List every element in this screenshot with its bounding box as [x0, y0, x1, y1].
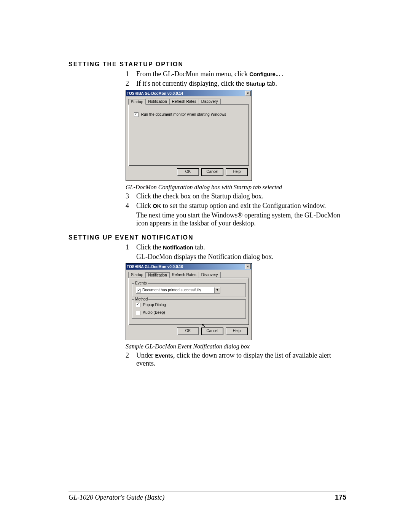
close-icon[interactable]: × [245, 264, 251, 269]
tab-discovery[interactable]: Discovery [199, 99, 221, 104]
help-button[interactable]: Help [226, 168, 248, 176]
step-text: Click the Notification tab. [136, 243, 346, 251]
help-button[interactable]: Help [226, 328, 248, 335]
section1-body: 1 From the GL-DocMon main menu, click Co… [68, 70, 346, 227]
text: tab. [265, 80, 277, 87]
legend-method: Method [134, 297, 148, 301]
figure-caption-1: GL-DocMon Configuration dialog box with … [126, 184, 346, 191]
ui-label-notification: Notification [163, 244, 193, 251]
checkbox-label: Run the document monitor when starting W… [141, 112, 226, 117]
paragraph: GL-DocMon displays the Notification dial… [126, 253, 346, 261]
footer-title: GL-1020 Operator's Guide (Basic) [68, 494, 164, 502]
checkbox-audio-beep[interactable] [136, 311, 140, 315]
fieldset-events: Events Document has printed successfully… [132, 283, 246, 297]
step-num: 1 [126, 243, 136, 251]
close-icon[interactable]: × [245, 91, 251, 96]
ui-label-ok: OK [153, 203, 161, 209]
text: Click [136, 202, 153, 209]
step-3: 3 Click the check box on the Startup dia… [126, 192, 346, 200]
text: From the GL-DocMon main menu, click [136, 70, 249, 78]
button-row: OK Cancel Help [128, 325, 249, 337]
step-text: Click the check box on the Startup dialo… [136, 192, 346, 200]
tabs-row: Startup Notification Refresh Rates Disco… [128, 272, 249, 278]
event-label: Document has printed successfully [142, 288, 201, 292]
tab-notification[interactable]: Notification [145, 99, 169, 104]
text: to set the startup option and exit the C… [161, 202, 326, 209]
page: SETTING THE STARTUP OPTION 1 From the GL… [0, 0, 411, 532]
event-check-icon [137, 289, 141, 292]
spacer [126, 211, 136, 227]
cancel-button[interactable]: Cancel [201, 328, 223, 335]
step-num: 1 [126, 70, 136, 78]
ok-button[interactable]: OK [177, 168, 199, 176]
checkbox-label: Popup Dialog [143, 303, 166, 307]
checkbox-label: Audio (Beep) [143, 310, 165, 315]
checkbox-popup-dialog[interactable] [136, 303, 140, 307]
button-row: OK Cancel Help [128, 166, 249, 178]
dialog-body: Startup Notification Refresh Rates Disco… [126, 270, 252, 340]
dialog-title: TOSHIBA GL-DocMon v0.0.0.14 [127, 91, 183, 96]
text: Click the [136, 243, 163, 251]
tab-notification[interactable]: Notification [145, 272, 169, 278]
events-combo[interactable]: Document has printed successfully ▼ [136, 287, 220, 294]
step-num: 2 [126, 351, 136, 367]
text: . [280, 70, 284, 78]
chevron-down-icon[interactable]: ▼ [214, 288, 220, 293]
step-text: From the GL-DocMon main menu, click Conf… [136, 70, 346, 78]
dialog-body: Startup Notification Refresh Rates Disco… [126, 96, 252, 181]
tab-startup[interactable]: Startup [128, 99, 146, 105]
checkbox-row: Run the document monitor when starting W… [134, 112, 245, 117]
page-footer: GL-1020 Operator's Guide (Basic) 175 [68, 492, 346, 502]
text: If it's not currently displaying, click … [136, 80, 246, 87]
tab-panel-notification: Events Document has printed successfully… [128, 278, 249, 325]
figure-caption-2: Sample GL-DocMon Event Notification dial… [126, 343, 346, 350]
dialog-notification: TOSHIBA GL-DocMon v0.0.0.10 × Startup No… [126, 263, 252, 340]
legend-events: Events [134, 281, 148, 285]
heading-event-notification: SETTING UP EVENT NOTIFICATION [68, 234, 346, 241]
dialog-titlebar: TOSHIBA GL-DocMon v0.0.0.14 × [126, 90, 252, 96]
step-num: 4 [126, 202, 136, 210]
fieldset-method: Method Popup Dialog Audio (Beep) [132, 299, 246, 319]
checkbox-row: Audio (Beep) [136, 310, 242, 315]
checkbox-run-at-startup[interactable] [134, 112, 139, 117]
checkbox-row: Popup Dialog [136, 303, 242, 307]
step-4: 4 Click OK to set the startup option and… [126, 202, 346, 210]
tab-refresh-rates[interactable]: Refresh Rates [169, 99, 199, 104]
step-2: 2 If it's not currently displaying, clic… [126, 80, 346, 88]
tab-discovery[interactable]: Discovery [199, 272, 221, 278]
dialog-startup: TOSHIBA GL-DocMon v0.0.0.14 × Startup No… [126, 90, 252, 181]
combo-text: Document has printed successfully [136, 288, 201, 292]
tab-startup[interactable]: Startup [128, 272, 146, 278]
dialog-title: TOSHIBA GL-DocMon v0.0.0.10 [127, 265, 183, 269]
cursor-icon: ↖ [201, 322, 206, 328]
paragraph: The next time you start the Windows® ope… [126, 211, 346, 227]
paragraph-text: GL-DocMon displays the Notification dial… [136, 253, 346, 261]
step-1: 1 From the GL-DocMon main menu, click Co… [126, 70, 346, 78]
ui-label-events: Events [155, 353, 173, 359]
heading-startup-option: SETTING THE STARTUP OPTION [68, 61, 346, 68]
paragraph-text: The next time you start the Windows® ope… [136, 211, 346, 227]
text: tab. [193, 243, 205, 251]
step-num: 2 [126, 80, 136, 88]
ui-label-configure: Configure... [249, 71, 280, 77]
step-2b: 2 Under Events, click the down arrow to … [126, 351, 346, 367]
cancel-button[interactable]: Cancel [201, 168, 223, 176]
step-text: Click OK to set the startup option and e… [136, 202, 346, 210]
step-text: Under Events, click the down arrow to di… [136, 351, 346, 367]
step-num: 3 [126, 192, 136, 200]
step-1b: 1 Click the Notification tab. [126, 243, 346, 251]
spacer [126, 253, 136, 261]
text: Under [136, 351, 155, 359]
page-number: 175 [335, 494, 346, 502]
tab-panel-startup: Run the document monitor when starting W… [128, 104, 249, 166]
ui-label-startup: Startup [246, 81, 265, 87]
dialog-titlebar: TOSHIBA GL-DocMon v0.0.0.10 × [126, 264, 252, 270]
step-text: If it's not currently displaying, click … [136, 80, 346, 88]
section2-body: 1 Click the Notification tab. GL-DocMon … [68, 243, 346, 367]
tab-refresh-rates[interactable]: Refresh Rates [169, 272, 199, 278]
ok-button[interactable]: OK [177, 328, 199, 335]
tabs-row: Startup Notification Refresh Rates Disco… [128, 99, 249, 104]
